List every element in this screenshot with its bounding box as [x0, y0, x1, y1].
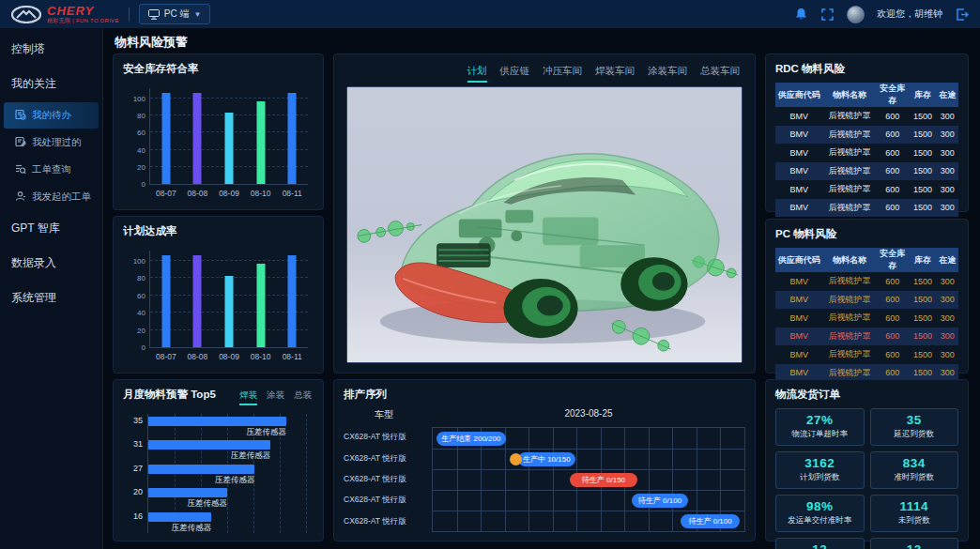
table-cell: BMV [775, 291, 823, 310]
monthly-warning-hbar-chart: 35压差传感器31压差传感器27压差传感器20压差传感器16压差传感器 [123, 408, 314, 535]
y-axis-tick-label: 0 [142, 343, 145, 352]
bar-08-09 [225, 276, 234, 347]
device-selector-label: PC 端 [164, 8, 190, 21]
sidebar-item-2[interactable]: 我的待办 [4, 102, 99, 129]
monthly-warning-tabs: 焊装涂装总装 [239, 389, 312, 405]
document-edit-icon [15, 136, 26, 149]
workshop-tab-供应链[interactable]: 供应链 [500, 65, 530, 83]
table-cell: 300 [937, 144, 958, 162]
workshop-tab-焊装车间[interactable]: 焊装车间 [595, 65, 635, 83]
sidebar-item-5[interactable]: 我发起的工单 [4, 184, 99, 210]
gantt-model-label: CX628-AT 悦行版 [344, 469, 424, 490]
brand-name: CHERY [47, 5, 119, 17]
gantt-gridline [433, 490, 744, 491]
bar-16 [148, 512, 211, 522]
sidebar-item-1[interactable]: 我的关注 [0, 67, 102, 101]
exploded-car-render [346, 86, 743, 363]
column-header: 库存 [909, 83, 936, 107]
table-row: BMV后视镜护罩6001500300 [775, 309, 958, 328]
sidebar-item-7[interactable]: 数据录入 [0, 246, 102, 281]
workshop-tabs: 计划供应链冲压车间焊装车间涂装车间总装车间 [467, 65, 741, 83]
table-header-row: 供应商代码物料名称安全库存库存在途 [775, 248, 958, 272]
workshop-tab-计划[interactable]: 计划 [467, 65, 487, 83]
device-selector-dropdown[interactable]: PC 端 ▼ [139, 4, 211, 24]
workshop-tab-总装车间[interactable]: 总装车间 [700, 65, 740, 83]
monthly-tab-涂装[interactable]: 涂装 [267, 389, 284, 405]
bar-value-label: 16 [133, 511, 143, 521]
y-axis-tick-label: 20 [137, 326, 145, 334]
car-3d-illustration [347, 87, 742, 362]
sidebar-item-label: 工单查询 [32, 163, 71, 176]
bar-08-09 [225, 113, 234, 184]
table-cell: 1500 [909, 272, 936, 291]
chery-badge-icon [11, 6, 41, 23]
table-cell: 600 [876, 162, 909, 181]
gantt-bar: 待生产 0/150 [570, 473, 638, 487]
table-cell: BMV [775, 328, 823, 346]
table-cell: 后视镜护罩 [823, 107, 877, 126]
sidebar-item-4[interactable]: 工单查询 [4, 157, 99, 183]
gantt-bar: 生产中 10/150 [518, 452, 575, 466]
table-row: BMV后视镜护罩6001500300 [775, 291, 958, 310]
gantt-gridline [649, 428, 650, 531]
table-cell: 600 [876, 328, 909, 346]
table-cell: 300 [937, 309, 958, 328]
table-cell: 后视镜护罩 [823, 345, 877, 364]
sidebar-item-label: 我处理过的 [32, 136, 82, 149]
bar-08-11 [288, 255, 297, 347]
monthly-tab-焊装[interactable]: 焊装 [239, 389, 257, 405]
x-axis-tick-label: 08-08 [188, 352, 208, 361]
y-axis-tick-label: 60 [137, 129, 145, 137]
sidebar-item-0[interactable]: 控制塔 [0, 32, 102, 67]
kpi-label: 未到货数 [873, 515, 957, 526]
table-cell: 600 [876, 291, 909, 310]
kpi-value: 12 [778, 542, 862, 549]
table-cell: 600 [876, 107, 909, 126]
x-axis-tick-label: 08-09 [219, 352, 239, 361]
table-cell: 后视镜护罩 [823, 126, 877, 145]
kpi-value: 834 [873, 456, 957, 470]
fullscreen-icon[interactable] [820, 8, 835, 22]
monthly-tab-总装[interactable]: 总装 [294, 389, 312, 405]
chart-plot-area: 02040608010008-0708-0808-0908-1008-11 [149, 251, 308, 348]
panel-vehicle-risk-view: 计划供应链冲压车间焊装车间涂装车间总装车间 [333, 53, 756, 374]
panel-logistics-orders: 物流发货订单 27%物流订单超时率35延迟到货数3162计划到货数834准时到货… [765, 379, 969, 541]
y-axis-tick-label: 100 [133, 94, 145, 102]
table-cell: 后视镜护罩 [823, 162, 877, 181]
gantt-model-label: CX628-AT 悦行版 [344, 511, 424, 532]
welcome-text: 欢迎您，胡维钟 [877, 8, 942, 21]
table-cell: 1500 [909, 162, 936, 181]
table-cell: BMV [775, 180, 823, 199]
bar-value-label: 35 [133, 416, 143, 425]
sidebar-item-8[interactable]: 系统管理 [0, 281, 102, 315]
panel-safety-stock-rate: 安全库存符合率 02040608010008-0708-0808-0908-10… [113, 53, 324, 210]
chart-plot-area: 02040608010008-0708-0808-0908-1008-11 [149, 88, 308, 185]
column-header: 在途 [937, 83, 958, 107]
logout-icon[interactable] [955, 8, 969, 22]
topbar-divider [129, 8, 130, 22]
column-header: 供应商代码 [775, 83, 823, 107]
sidebar-item-3[interactable]: 我处理过的 [4, 130, 99, 156]
chevron-down-icon: ▼ [193, 10, 201, 19]
bar-35 [148, 417, 286, 426]
kpi-label: 准时到货数 [873, 472, 957, 483]
notification-bell-icon[interactable] [794, 8, 808, 22]
workshop-tab-冲压车间[interactable]: 冲压车间 [543, 65, 582, 83]
column-header: 库存 [909, 248, 936, 272]
panel-monthly-warning-top5: 月度物料预警 Top5 焊装涂装总装 35压差传感器31压差传感器27压差传感器… [113, 379, 324, 541]
column-header: 物料名称 [823, 248, 877, 272]
gantt-gridline [672, 428, 673, 531]
hbar-row: 35压差传感器 [148, 414, 306, 437]
user-avatar[interactable] [847, 6, 865, 23]
table-cell: 300 [937, 126, 958, 145]
table-cell: 1500 [909, 309, 936, 328]
workshop-tab-涂装车间[interactable]: 涂装车间 [648, 65, 687, 83]
front-wheel [503, 279, 577, 338]
x-axis-tick-label: 08-11 [283, 189, 302, 198]
y-axis-tick-label: 20 [137, 162, 145, 171]
table-cell: 后视镜护罩 [823, 328, 877, 346]
table-row: BMV后视镜护罩6001500300 [775, 272, 958, 291]
sidebar-item-6[interactable]: GPT 智库 [0, 211, 102, 246]
kpi-card-0: 27%物流订单超时率 [775, 408, 865, 446]
gridline [150, 98, 308, 99]
